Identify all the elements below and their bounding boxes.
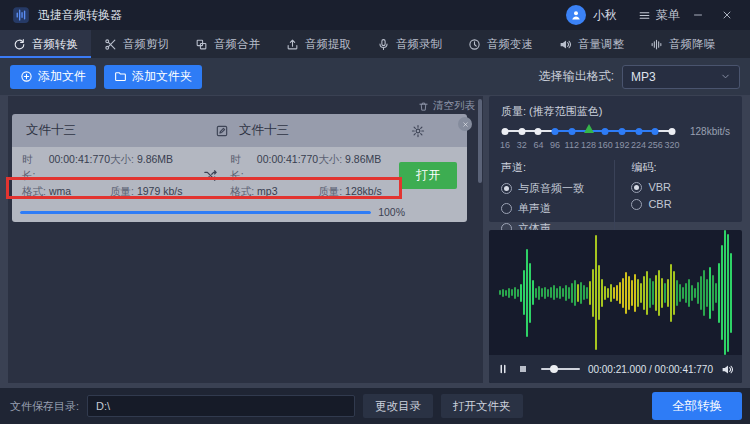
waveform-bar [502,289,504,297]
waveform-bar [607,288,609,298]
source-duration: 00:00:41:770 [49,151,110,183]
waveform-bar [628,276,630,310]
plus-circle-icon [20,70,33,83]
clear-list-button[interactable]: 清空列表 [418,99,475,113]
radio-icon [501,183,512,194]
bitrate-tick-label: 112 [565,140,579,150]
seek-slider[interactable] [541,364,580,374]
bitrate-tick-label: 64 [533,140,543,150]
merge-icon [195,38,208,51]
scissors-icon [104,38,117,51]
waveform-bar [718,263,720,323]
menu-button[interactable]: 菜单 [638,7,680,24]
output-format-value: MP3 [631,70,656,84]
waveform-bar [532,280,534,305]
tab-scissors[interactable]: 音频剪切 [91,30,182,58]
waveform-bar [691,285,693,301]
waveform-bar [658,270,660,316]
encode-option[interactable]: CBR [631,198,730,210]
settings-panel: 质量: (推荐范围蓝色) 163264961121281601922242563… [489,96,742,222]
bitrate-tick-label: 16 [500,140,510,150]
gear-icon[interactable] [411,124,425,138]
change-dir-button[interactable]: 更改目录 [363,394,433,418]
refresh-icon [13,38,26,51]
add-folder-button[interactable]: 添加文件夹 [104,65,202,89]
tab-refresh[interactable]: 音频转换 [0,30,91,58]
waveform-bar [700,276,702,310]
bitrate-stop-112[interactable] [568,128,575,135]
target-duration: 00:00:41:770 [257,151,318,183]
stop-button[interactable] [517,363,529,375]
pause-button[interactable] [497,363,509,375]
save-dir-label: 文件保存目录: [10,399,79,414]
waveform-bar [652,281,654,305]
bitrate-tick-label: 32 [517,140,527,150]
channel-option[interactable]: 与原音频一致 [501,181,614,196]
bitrate-stop-224[interactable] [635,128,642,135]
waveform-bar [589,281,591,305]
avatar[interactable] [566,5,586,25]
scrollbar[interactable] [478,99,482,183]
waveform-bar [577,284,579,302]
waveform-bar [655,275,657,311]
waveform-bar [724,230,726,355]
encode-option-label: CBR [648,198,671,210]
bitrate-stop-96[interactable] [552,128,559,135]
tab-merge[interactable]: 音频合并 [182,30,273,58]
bitrate-current-marker[interactable] [584,124,594,133]
player-controls: 00:00:21.000 / 00:00:41:770 [489,355,742,383]
bitrate-stop-256[interactable] [652,128,659,135]
seek-handle[interactable] [550,365,558,373]
waveform-bar [526,249,528,337]
waveform-bar [523,270,525,315]
channel-group: 声道: 与原音频一致单声道立体声 [501,160,614,241]
clock-icon [468,38,481,51]
waveform-bar [727,234,729,352]
convert-all-button[interactable]: 全部转换 [652,392,742,420]
waveform-bar [586,287,588,299]
waveform-bar [610,284,612,302]
bitrate-stop-64[interactable] [535,128,542,135]
add-file-button[interactable]: 添加文件 [10,65,96,89]
tab-microphone[interactable]: 音频录制 [364,30,455,58]
waveform-bar [688,279,690,307]
waveform-bar [640,283,642,303]
channel-option-label: 与原音频一致 [518,181,584,196]
waveform-bar [514,287,516,299]
minimize-button[interactable] [687,7,709,23]
waveform-bar [661,278,663,308]
edit-icon[interactable] [215,124,229,138]
volume-icon[interactable] [721,363,734,376]
remove-file-button[interactable] [458,117,472,131]
source-format: wma [49,183,71,199]
encode-label: 编码: [631,160,730,175]
bitrate-stop-32[interactable] [518,128,525,135]
bitrate-slider[interactable]: 16326496112128160192224256320 [505,124,672,151]
bitrate-stop-192[interactable] [618,128,625,135]
open-button[interactable]: 打开 [399,162,457,189]
waveform-bar [670,264,672,322]
bitrate-stop-320[interactable] [669,128,676,135]
hamburger-icon [638,9,651,22]
waveform-bar [535,288,537,298]
channel-option[interactable]: 单声道 [501,201,614,216]
close-button[interactable] [716,7,738,23]
bitrate-stop-160[interactable] [602,128,609,135]
waveform-bar [634,274,636,312]
waveform-bar [613,287,615,299]
tab-equalizer[interactable]: 音频降噪 [637,30,728,58]
waveform-bar [574,280,576,306]
output-format-select[interactable]: MP3 [622,65,740,89]
bitrate-stop-16[interactable] [502,128,509,135]
open-folder-button[interactable]: 打开文件夹 [441,394,523,418]
tab-upload[interactable]: 音频提取 [273,30,364,58]
radio-icon [631,199,642,210]
save-dir-input[interactable] [87,395,355,417]
tab-bar: 音频转换音频剪切音频合并音频提取音频录制音频变速音量调整音频降噪 [0,30,750,58]
encode-option[interactable]: VBR [631,181,730,193]
tab-speaker[interactable]: 音量调整 [546,30,637,58]
channel-label: 声道: [501,160,614,175]
tab-clock[interactable]: 音频变速 [455,30,546,58]
quality-label: 质量: (推荐范围蓝色) [501,104,730,119]
playback-time: 00:00:21.000 / 00:00:41:770 [588,364,713,375]
